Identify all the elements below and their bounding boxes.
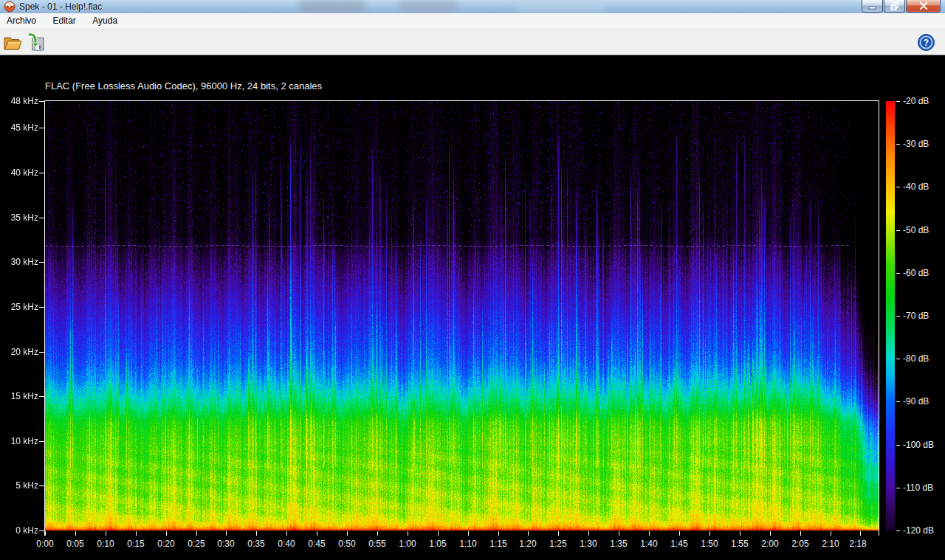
time-tick-label: 0:30 [211,539,241,550]
freq-tick-label: 45 kHz [0,122,38,134]
db-tick [896,401,900,402]
db-tick-label: -60 dB [903,267,945,279]
db-tick-label: -70 dB [903,310,945,322]
freq-tick [39,173,44,173]
time-tick-label: 1:55 [725,539,755,550]
time-tick-label: 0:25 [182,539,211,550]
time-tick-label: 1:10 [453,539,483,550]
time-tick [528,531,529,536]
close-button[interactable] [906,0,941,13]
time-tick [408,531,408,536]
plot-top-axis-line [44,100,879,101]
time-tick [619,531,619,536]
restore-button[interactable] [884,0,905,13]
time-tick [879,531,879,536]
freq-tick [39,128,44,128]
db-tick [896,230,900,231]
freq-tick-label: 5 kHz [0,480,38,491]
freq-tick-label: 40 kHz [0,167,38,179]
titlebar-glass-blob [299,0,365,13]
time-tick [740,531,740,536]
freq-tick-label: 0 kHz [0,525,38,536]
time-tick-label: 1:25 [543,539,573,550]
time-tick-label: 2:18 [843,539,873,550]
time-tick [800,531,801,536]
time-tick [558,531,559,536]
time-tick-label: 0:40 [272,539,301,550]
time-tick-label: 0:10 [91,539,120,550]
db-tick-label: -110 dB [903,482,945,494]
db-tick-label: -50 dB [903,224,945,236]
titlebar-glass-blob [517,0,605,13]
menu-editar[interactable]: Editar [46,13,82,30]
time-tick [468,531,469,536]
time-tick [679,531,680,536]
freq-tick [39,530,44,531]
db-tick-label: -20 dB [903,95,945,107]
db-tick-label: -80 dB [903,353,945,364]
time-tick [226,531,227,536]
db-tick [896,445,900,446]
db-colorbar [886,101,895,531]
window-controls [861,0,941,13]
time-tick [649,531,650,536]
minimize-button[interactable] [862,0,883,13]
time-tick-label: 1:00 [393,539,422,550]
time-tick [498,531,499,536]
time-tick [377,531,378,536]
freq-tick [39,485,44,486]
time-tick-label: 1:20 [513,539,543,550]
freq-tick [39,307,44,308]
freq-tick-label: 20 kHz [0,346,38,358]
time-tick-label: 0:50 [332,539,362,550]
time-tick-label: 0:05 [61,539,90,550]
time-tick [75,531,76,536]
time-tick-label: 0:35 [241,539,271,550]
time-tick-label: 0:20 [151,539,181,550]
time-tick-label: 1:35 [604,539,633,550]
time-tick [136,531,137,536]
help-icon: ? [917,33,935,52]
close-icon [919,2,928,10]
time-tick-label: 1:40 [634,539,664,550]
spek-app-icon [4,1,16,13]
time-tick-label: 1:45 [664,539,694,550]
spectrogram-canvas [45,101,879,530]
time-tick-label: 0:45 [302,539,331,550]
save-icon [27,33,46,52]
time-tick-label: 1:05 [423,539,453,550]
help-button[interactable]: ? [915,32,936,52]
db-tick [896,530,900,531]
menu-ayuda[interactable]: Ayuda [86,13,124,30]
menubar: Archivo Editar Ayuda [0,13,945,30]
menu-archivo[interactable]: Archivo [0,13,43,30]
time-tick-label: 1:50 [695,539,724,550]
spek-window: Spek - 01 - Help!.flac Archivo E [0,0,945,560]
freq-tick-label: 10 kHz [0,435,38,447]
db-tick [896,273,900,274]
time-tick [286,531,287,536]
time-tick [709,531,710,536]
freq-tick [39,218,44,218]
db-tick-label: -100 dB [903,439,945,451]
time-tick [438,531,439,536]
db-tick [896,187,900,187]
save-spectrogram-button[interactable] [26,32,47,52]
time-tick [106,531,106,536]
time-tick [317,531,317,536]
time-tick [256,531,257,536]
svg-text:?: ? [923,38,928,48]
db-tick-label: -120 dB [903,525,945,536]
time-tick-label: 1:15 [484,539,513,550]
time-tick [347,531,348,536]
titlebar-glass-blob [399,0,458,13]
time-tick [770,531,771,536]
open-file-button[interactable] [2,32,23,52]
plot-left-axis-line [44,100,45,536]
titlebar[interactable]: Spek - 01 - Help!.flac [0,0,945,13]
db-tick-label: -30 dB [903,138,945,150]
db-tick-label: -40 dB [903,181,945,193]
freq-tick [39,352,44,353]
freq-tick-label: 30 kHz [0,256,38,268]
time-tick-label: 2:05 [786,539,815,550]
